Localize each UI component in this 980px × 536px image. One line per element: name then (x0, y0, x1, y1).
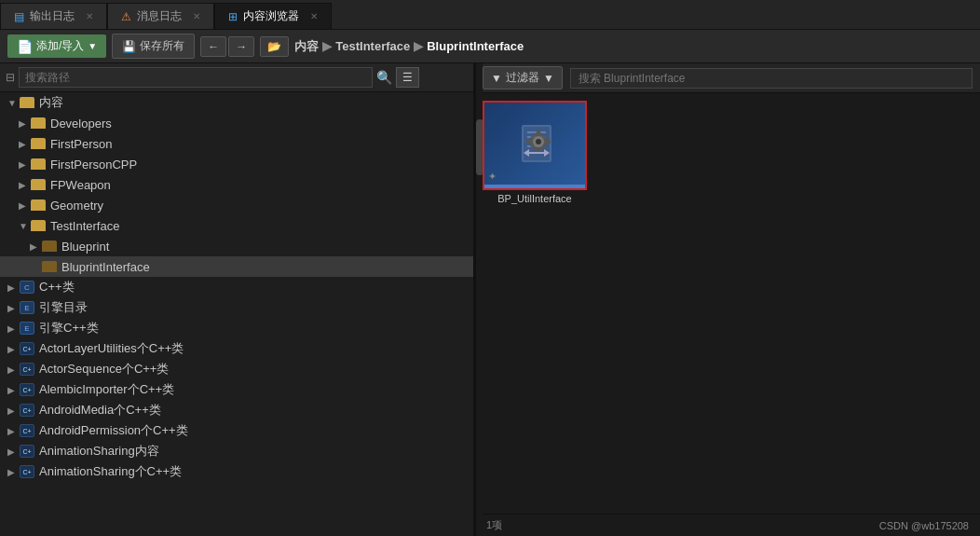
svg-rect-11 (526, 140, 531, 144)
tree-collapse-icon[interactable]: ⊟ (6, 71, 15, 84)
tree-item-blueprint[interactable]: ▶ Blueprint (0, 236, 473, 256)
tab-content-close[interactable]: ✕ (310, 11, 318, 21)
tab-content-browser[interactable]: ⊞ 内容浏览器 ✕ (214, 3, 332, 29)
tree-item-alembic[interactable]: ▶ C+ AlembicImporter个C++类 (0, 379, 473, 400)
browse-icon: 📂 (267, 40, 281, 53)
tab-output-log[interactable]: ▤ 输出日志 ✕ (0, 3, 107, 29)
folder-bluprintinterface-icon (42, 261, 57, 272)
tree-item-firstpersoncpp[interactable]: ▶ FirstPersonCPP (0, 154, 473, 174)
tab-bar: ▤ 输出日志 ✕ ⚠ 消息日志 ✕ ⊞ 内容浏览器 ✕ (0, 0, 980, 30)
asset-thumbnail-inner (484, 103, 585, 188)
breadcrumb: 内容 ▶ TestInterface ▶ BluprintInterface (294, 38, 524, 55)
tree-item-animsharing-cpp[interactable]: ▶ C+ AnimationSharing个C++类 (0, 461, 473, 482)
folder-firstpersoncpp-icon (31, 158, 46, 170)
tree-label-cpp-class: C++类 (39, 279, 75, 295)
tree-label-blueprint: Blueprint (61, 240, 109, 254)
main-layout: ⊟ 🔍 ☰ ▼ 内容 ▶ Developers (0, 63, 980, 536)
toolbar: 📄 添加/导入 ▼ 💾 保存所有 ← → 📂 内容 ▶ TestInterfac… (0, 30, 980, 63)
tree-label-testinterface: TestInterface (50, 219, 119, 233)
tree-item-animsharing-content[interactable]: ▶ C+ AnimationSharing内容 (0, 441, 473, 461)
tree-item-cpp-class[interactable]: ▶ C C++类 (0, 277, 473, 297)
tree-label-geometry: Geometry (50, 199, 103, 213)
tree-item-fpweapon[interactable]: ▶ FPWeapon (0, 174, 473, 195)
arrow-engine-cpp: ▶ (7, 323, 17, 334)
output-log-icon: ▤ (14, 10, 24, 23)
tree-label-content: 内容 (39, 94, 63, 111)
tab-msg-close[interactable]: ✕ (193, 11, 200, 21)
save-all-button[interactable]: 💾 保存所有 (112, 34, 195, 59)
save-icon: 💾 (122, 40, 136, 53)
arrow-firstperson: ▶ (19, 139, 28, 149)
tree-label-bluprintinterface: BluprintInterface (61, 260, 150, 274)
tree-item-engine-dir[interactable]: ▶ E 引擎目录 (0, 297, 473, 318)
tree-item-testinterface[interactable]: ▼ TestInterface (0, 215, 473, 236)
asset-tile-bp-util-interface[interactable]: ✦ BP_UtilInterface (483, 101, 587, 204)
tree-item-developers[interactable]: ▶ Developers (0, 113, 473, 133)
attribution: CSDN @wb175208 (879, 520, 969, 531)
tree-label-androidperm: AndroidPermission个C++类 (39, 422, 188, 439)
save-all-label: 保存所有 (140, 38, 184, 54)
bp-interface-svg (505, 116, 565, 175)
browse-button[interactable]: 📂 (260, 36, 289, 57)
search-button[interactable]: 🔍 (376, 70, 392, 85)
forward-button[interactable]: → (228, 36, 254, 57)
breadcrumb-bluprintinterface[interactable]: BluprintInterface (427, 39, 524, 53)
content-search-input[interactable] (570, 68, 973, 89)
breadcrumb-content[interactable]: 内容 (294, 38, 319, 55)
add-import-button[interactable]: 📄 添加/导入 ▼ (7, 34, 106, 58)
animsharing-content-icon: C+ (20, 445, 34, 458)
asset-name-bp-util-interface: BP_UtilInterface (483, 193, 587, 204)
add-dropdown-icon: ▼ (88, 41, 97, 51)
tree-item-androidmedia[interactable]: ▶ C+ AndroidMedia个C++类 (0, 400, 473, 420)
breadcrumb-testinterface[interactable]: TestInterface (335, 39, 410, 53)
tree-item-androidperm[interactable]: ▶ C+ AndroidPermission个C++类 (0, 420, 473, 441)
tree-label-alembic: AlembicImporter个C++类 (39, 381, 174, 398)
arrow-geometry: ▶ (19, 200, 28, 211)
arrow-androidperm: ▶ (7, 426, 17, 436)
folder-geometry-icon (31, 199, 46, 211)
tree-item-actorseq[interactable]: ▶ C+ ActorSequence个C++类 (0, 359, 473, 379)
search-path-input[interactable] (19, 67, 373, 88)
asset-star: ✦ (488, 171, 497, 183)
tree-item-geometry[interactable]: ▶ Geometry (0, 195, 473, 215)
tree-label-firstperson: FirstPerson (50, 137, 112, 151)
back-button[interactable]: ← (200, 36, 226, 57)
arrow-androidmedia: ▶ (7, 405, 17, 416)
view-options-button[interactable]: ☰ (396, 67, 419, 88)
asset-thumbnail: ✦ (483, 101, 587, 190)
svg-point-8 (536, 139, 541, 144)
arrow-firstpersoncpp: ▶ (19, 159, 28, 170)
tree-item-actorlayer[interactable]: ▶ C+ ActorLayerUtilities个C++类 (0, 338, 473, 359)
arrow-fpweapon: ▶ (19, 180, 28, 190)
forward-icon: → (236, 40, 247, 53)
filter-button[interactable]: ▼ 过滤器 ▼ (483, 66, 563, 89)
animsharing-cpp-icon: C+ (20, 465, 34, 478)
tree-item-firstperson[interactable]: ▶ FirstPerson (0, 133, 473, 154)
content-browser-icon: ⊞ (228, 10, 238, 23)
folder-blueprint-icon (42, 241, 57, 252)
svg-rect-12 (546, 140, 551, 144)
right-panel: ▼ 过滤器 ▼ (475, 63, 980, 536)
engine-cpp-icon: E (20, 322, 34, 335)
tab-msg-log[interactable]: ⚠ 消息日志 ✕ (107, 3, 214, 29)
arrow-engine-dir: ▶ (7, 303, 17, 313)
tab-content-browser-label: 内容浏览器 (243, 8, 299, 24)
tree-label-actorseq: ActorSequence个C++类 (39, 361, 169, 378)
arrow-animsharing-cpp: ▶ (7, 467, 17, 477)
arrow-alembic: ▶ (7, 385, 17, 395)
folder-testinterface-icon (31, 220, 46, 231)
tree-item-content-root[interactable]: ▼ 内容 (0, 92, 473, 113)
folder-content-icon (20, 97, 34, 108)
svg-rect-9 (537, 130, 540, 134)
item-count: 1项 (486, 518, 502, 532)
tree-view: ▼ 内容 ▶ Developers ▶ FirstPerson (0, 92, 473, 536)
tree-item-bluprintinterface[interactable]: ▶ BluprintInterface (0, 256, 473, 277)
filter-label: 过滤器 (506, 70, 539, 86)
tree-item-engine-cpp[interactable]: ▶ E 引擎C++类 (0, 318, 473, 338)
arrow-developers: ▶ (19, 118, 28, 129)
tab-output-log-label: 输出日志 (30, 8, 75, 24)
cpp-class-icon: C (20, 281, 34, 294)
add-icon: 📄 (17, 39, 33, 54)
left-panel-scrollbar[interactable] (475, 63, 483, 536)
tab-output-close[interactable]: ✕ (86, 11, 93, 21)
